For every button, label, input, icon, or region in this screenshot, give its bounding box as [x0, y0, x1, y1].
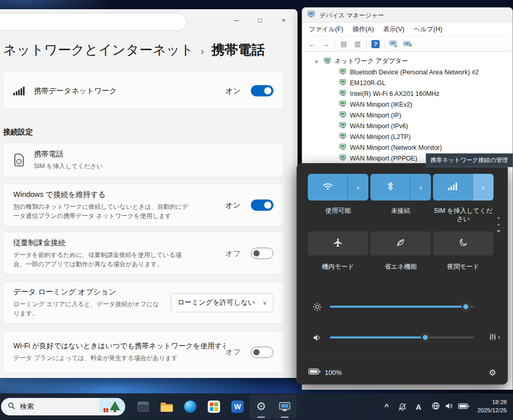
bluetooth-expand-button[interactable]: ›: [410, 174, 431, 201]
tree-node-network-adapters[interactable]: ∨ ネットワーク アダプター: [302, 56, 512, 67]
leaf-icon: [396, 237, 406, 250]
tree-item[interactable]: EM120R-GL: [302, 77, 512, 88]
sim-card-title: 携帯電話: [34, 149, 273, 159]
tree-item-label: WAN Miniport (IP): [350, 112, 401, 119]
tree-item[interactable]: WAN Miniport (IKEv2): [302, 99, 512, 110]
sim-card-card[interactable]: ? 携帯電話 SIM を挿入してください: [3, 143, 284, 177]
network-adapter-icon: [339, 144, 347, 152]
cellular-data-toggle[interactable]: [251, 85, 273, 96]
wifi-toggle-button[interactable]: [308, 174, 347, 201]
word-icon[interactable]: W: [226, 394, 249, 419]
energy-saver-label: 省エネ機能: [370, 263, 431, 271]
battery-status: 100%: [308, 368, 342, 376]
brightness-row: [297, 296, 507, 317]
device-manager-app-icon: [307, 11, 315, 20]
night-light-label: 夜間モード: [433, 263, 494, 271]
metered-description: データを節約するために、従量制課金接続を使用している場合、一部のアプリでは動作が…: [13, 250, 190, 269]
help-icon[interactable]: ?: [371, 40, 380, 48]
volume-slider[interactable]: [330, 336, 475, 338]
signal-bars-icon: [13, 86, 25, 95]
quick-toggle-labels: 使用可能 未接続 SIM を挿入してください: [308, 207, 494, 224]
search-label: 検索: [20, 402, 95, 411]
search-highlight-image[interactable]: [100, 398, 125, 415]
sim-card-icon: ?: [13, 153, 25, 167]
energy-saver-button[interactable]: [370, 231, 431, 255]
quick-settings-gear-icon[interactable]: ⚙: [489, 368, 496, 377]
bluetooth-icon: [387, 182, 394, 193]
brightness-slider-handle[interactable]: [462, 303, 470, 311]
brightness-sun-icon: [310, 302, 324, 312]
volume-slider-handle[interactable]: [421, 333, 429, 342]
tray-expand-icon[interactable]: ^: [382, 397, 391, 416]
network-adapter-icon: [339, 111, 347, 119]
device-manager-titlebar[interactable]: デバイス マネージャー: [302, 8, 512, 23]
network-adapter-icon: [339, 122, 347, 130]
menu-help[interactable]: ヘルプ(H): [409, 25, 447, 34]
keep-connected-toggle[interactable]: [251, 199, 273, 211]
ime-mode-indicator[interactable]: A: [413, 397, 424, 416]
menu-file[interactable]: ファイル(F): [304, 25, 348, 34]
list-view-icon[interactable]: ▤: [339, 39, 349, 49]
store-icon[interactable]: [202, 394, 226, 419]
tree-item[interactable]: Bluetooth Device (Personal Area Network)…: [302, 67, 512, 77]
quick-toggle-labels-2: 機内モード 省エネ機能 夜間モード: [308, 263, 494, 271]
tree-item[interactable]: WAN Miniport (Network Monitor): [302, 142, 512, 153]
properties-icon[interactable]: ▥: [352, 39, 363, 49]
cellular-data-title: 携帯データネットワーク: [34, 86, 225, 96]
edge-icon[interactable]: [179, 394, 202, 419]
night-light-button[interactable]: [433, 231, 494, 255]
cellular-tooltip: 携帯ネットワーク接続の管理: [426, 153, 513, 167]
quick-toggles-row: › › ›: [308, 174, 494, 201]
notifications-off-icon[interactable]: [396, 397, 409, 416]
settings-search-input[interactable]: [0, 13, 187, 31]
scan-hardware-icon[interactable]: [388, 39, 399, 49]
device-tree: ∨ ネットワーク アダプター Bluetooth Device (Persona…: [302, 52, 512, 164]
roaming-title: データ ローミング オプション: [13, 287, 171, 297]
app-icon-console[interactable]: [131, 394, 155, 419]
forward-icon[interactable]: →: [321, 39, 331, 49]
page-down-arrow-icon[interactable]: [497, 230, 501, 233]
minimize-button[interactable]: ─: [225, 10, 248, 30]
fallback-toggle[interactable]: [251, 347, 273, 358]
fallback-description: データ プランによっては、料金が発生する場合があります: [13, 353, 190, 363]
tree-item[interactable]: Intel(R) Wi-Fi 6 AX201 160MHz: [302, 88, 512, 99]
file-explorer-icon[interactable]: [155, 394, 179, 419]
brightness-slider[interactable]: [330, 306, 475, 308]
fallback-title: Wi-Fi が良好ではないときはいつでも携帯ネットワークを使用する: [13, 342, 225, 351]
data-roaming-card: データ ローミング オプション ローミング エリアに入ると、データ接続がオフにな…: [3, 281, 284, 324]
quick-settings-footer: 100% ⚙: [297, 359, 507, 385]
tray-status-group[interactable]: [428, 402, 473, 412]
wifi-icon: [322, 182, 333, 193]
roaming-dropdown[interactable]: ローミングを許可しない ∨: [171, 293, 273, 312]
metered-toggle[interactable]: [251, 248, 273, 259]
tree-item[interactable]: WAN Miniport (IPv6): [302, 121, 512, 131]
device-manager-taskbar-icon[interactable]: [273, 394, 297, 419]
tree-item[interactable]: WAN Miniport (IP): [302, 110, 512, 121]
tree-item-label: WAN Miniport (Network Monitor): [350, 144, 442, 151]
menu-action[interactable]: 操作(A): [348, 25, 379, 34]
airplane-mode-label: 機内モード: [308, 263, 368, 271]
cellular-expand-button[interactable]: ›: [472, 174, 494, 201]
tree-item-label: EM120R-GL: [350, 79, 385, 87]
volume-tray-icon: [445, 402, 453, 412]
audio-output-button[interactable]: ›: [489, 333, 500, 341]
bluetooth-toggle-button[interactable]: [370, 174, 410, 201]
update-driver-icon[interactable]: [402, 39, 412, 49]
back-icon[interactable]: ←: [307, 39, 317, 49]
wifi-expand-button[interactable]: ›: [347, 174, 368, 201]
taskbar-clock[interactable]: 18:28 2025/12/25: [477, 398, 510, 414]
airplane-mode-button[interactable]: [308, 231, 368, 255]
breadcrumb-parent[interactable]: ネットワークとインターネット: [3, 41, 193, 59]
settings-app-icon[interactable]: ⚙: [249, 394, 273, 419]
tree-item[interactable]: WAN Miniport (L2TP): [302, 131, 512, 142]
menu-view[interactable]: 表示(V): [379, 25, 409, 34]
maximize-button[interactable]: □: [248, 10, 272, 30]
network-globe-icon: [431, 402, 440, 412]
taskbar-search-box[interactable]: 検索: [1, 398, 125, 415]
cellular-toggle-button[interactable]: [433, 174, 472, 201]
page-indicator[interactable]: [497, 217, 501, 233]
close-button[interactable]: ×: [272, 10, 295, 30]
airplane-icon: [333, 237, 343, 250]
tree-expanded-icon[interactable]: ∨: [314, 58, 321, 64]
device-manager-menubar: ファイル(F) 操作(A) 表示(V) ヘルプ(H): [302, 23, 512, 36]
